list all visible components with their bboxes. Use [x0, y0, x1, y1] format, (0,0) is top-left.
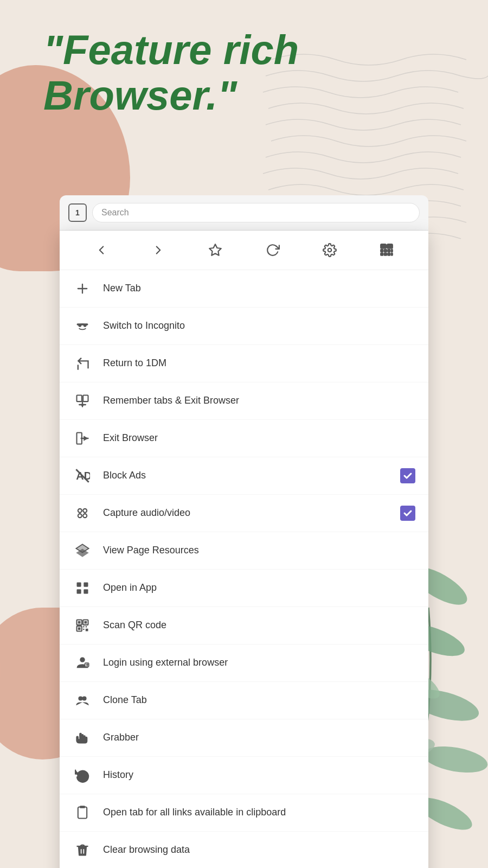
- incognito-icon: [73, 316, 92, 336]
- menu-item-history[interactable]: History: [60, 757, 428, 794]
- menu-item-scan-qr[interactable]: Scan QR code: [60, 607, 428, 644]
- tabs-button[interactable]: [376, 239, 397, 261]
- plus-icon: [73, 279, 92, 298]
- remember-tabs-label: Remember tabs & Exit Browser: [103, 394, 415, 407]
- block-ads-icon: AD: [73, 466, 92, 486]
- svg-point-59: [78, 696, 82, 700]
- menu-item-remember-tabs[interactable]: Remember tabs & Exit Browser: [60, 382, 428, 420]
- clone-tab-label: Clone Tab: [103, 694, 415, 706]
- block-ads-checkbox[interactable]: [400, 468, 415, 483]
- incognito-label: Switch to Incognito: [103, 320, 415, 332]
- browser-mockup: 1 Search: [60, 195, 428, 868]
- trash-icon: [73, 840, 92, 860]
- svg-rect-29: [77, 395, 82, 402]
- toolbar-row: [60, 231, 428, 270]
- block-ads-label: Block Ads: [103, 469, 389, 482]
- grid-icon: [73, 578, 92, 598]
- svg-marker-13: [209, 244, 221, 256]
- remember-tabs-icon: [73, 391, 92, 411]
- svg-point-14: [328, 248, 332, 252]
- clone-tab-icon: [73, 691, 92, 710]
- svg-rect-17: [381, 250, 383, 252]
- svg-point-36: [78, 509, 82, 513]
- menu-item-capture-av[interactable]: Capture audio/video: [60, 495, 428, 532]
- svg-rect-54: [86, 626, 87, 627]
- menu-item-open-in-app[interactable]: Open in App: [60, 570, 428, 607]
- bookmark-button[interactable]: [204, 239, 226, 261]
- svg-rect-61: [78, 807, 87, 819]
- open-in-app-label: Open in App: [103, 582, 415, 594]
- clear-browsing-label: Clear browsing data: [103, 844, 415, 856]
- svg-rect-50: [78, 621, 81, 624]
- svg-rect-22: [388, 253, 390, 255]
- svg-rect-43: [77, 583, 81, 587]
- svg-rect-62: [80, 806, 85, 808]
- svg-rect-52: [78, 628, 81, 630]
- menu-item-view-resources[interactable]: View Page Resources: [60, 532, 428, 570]
- svg-rect-46: [84, 589, 88, 593]
- back-button[interactable]: [91, 239, 112, 261]
- svg-point-37: [83, 509, 87, 513]
- login-external-label: Login using external browser: [103, 656, 415, 669]
- menu-item-grabber[interactable]: Grabber: [60, 719, 428, 757]
- login-external-icon: [73, 653, 92, 673]
- svg-rect-30: [83, 395, 88, 402]
- exit-browser-icon: [73, 429, 92, 448]
- svg-rect-21: [388, 250, 390, 252]
- grabber-label: Grabber: [103, 731, 415, 744]
- settings-button[interactable]: [319, 239, 341, 261]
- view-resources-label: View Page Resources: [103, 544, 415, 557]
- capture-av-label: Capture audio/video: [103, 507, 389, 519]
- menu-item-clipboard-links[interactable]: Open tab for all links available in clip…: [60, 794, 428, 832]
- forward-button[interactable]: [147, 239, 169, 261]
- capture-av-checkbox[interactable]: [400, 506, 415, 521]
- menu-item-new-tab[interactable]: New Tab: [60, 270, 428, 308]
- new-tab-label: New Tab: [103, 282, 415, 295]
- svg-point-60: [82, 696, 86, 700]
- menu-item-return-1dm[interactable]: Return to 1DM: [60, 345, 428, 382]
- svg-rect-45: [77, 589, 81, 593]
- menu-item-incognito[interactable]: Switch to Incognito: [60, 308, 428, 345]
- return-icon: [73, 354, 92, 373]
- layers-icon: [73, 541, 92, 560]
- svg-rect-28: [78, 365, 79, 369]
- reload-button[interactable]: [262, 239, 284, 261]
- svg-rect-44: [84, 583, 88, 587]
- menu-item-clone-tab[interactable]: Clone Tab: [60, 682, 428, 719]
- svg-rect-24: [391, 253, 393, 255]
- return-1dm-label: Return to 1DM: [103, 357, 415, 369]
- qr-icon: [73, 616, 92, 635]
- svg-rect-55: [83, 629, 84, 630]
- svg-point-57: [80, 658, 85, 662]
- svg-rect-23: [391, 250, 393, 252]
- search-bar[interactable]: Search: [92, 203, 420, 222]
- tab-count-badge[interactable]: 1: [68, 203, 87, 222]
- svg-rect-56: [86, 629, 88, 631]
- clipboard-links-label: Open tab for all links available in clip…: [103, 806, 415, 819]
- svg-point-39: [83, 514, 87, 518]
- svg-rect-19: [384, 250, 387, 252]
- svg-marker-31: [81, 404, 85, 407]
- menu-item-block-ads[interactable]: AD Block Ads: [60, 457, 428, 495]
- menu-item-login-external[interactable]: Login using external browser: [60, 644, 428, 682]
- menu-item-exit-browser[interactable]: Exit Browser: [60, 420, 428, 457]
- svg-rect-53: [83, 626, 84, 627]
- dropdown-menu: New Tab Switch to Incognito: [60, 231, 428, 868]
- svg-rect-18: [381, 253, 383, 255]
- svg-rect-16: [387, 244, 393, 248]
- menu-item-clear-browsing[interactable]: Clear browsing data: [60, 832, 428, 868]
- svg-rect-51: [85, 621, 87, 624]
- capture-av-icon: [73, 503, 92, 523]
- clipboard-icon: [73, 803, 92, 822]
- grabber-icon: [73, 728, 92, 748]
- exit-browser-label: Exit Browser: [103, 432, 415, 444]
- scan-qr-label: Scan QR code: [103, 619, 415, 631]
- history-icon: [73, 765, 92, 785]
- svg-rect-15: [381, 244, 386, 248]
- history-label: History: [103, 769, 415, 781]
- headline-text: "Feature rich Browser.": [43, 27, 299, 118]
- browser-chrome: 1 Search: [60, 195, 428, 231]
- svg-point-38: [78, 514, 82, 518]
- svg-rect-20: [384, 253, 387, 255]
